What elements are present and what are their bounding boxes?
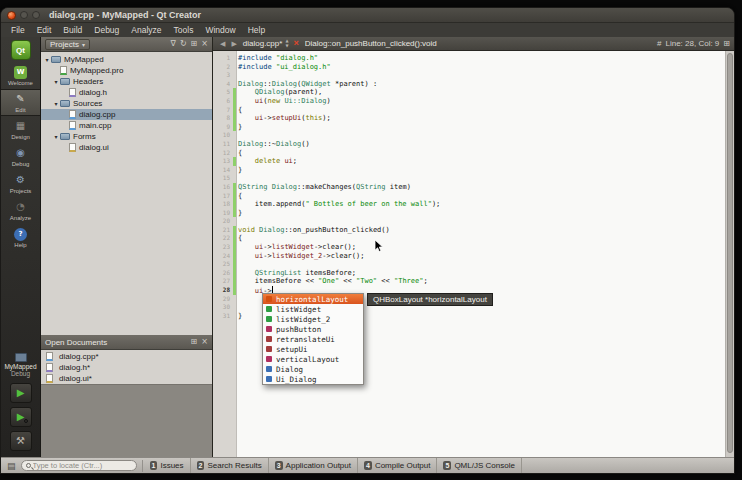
completion-item-dialog[interactable]: Dialog <box>263 364 363 374</box>
mode-help[interactable]: ?Help <box>1 224 40 251</box>
completion-item-setupui[interactable]: setupUi <box>263 344 363 354</box>
output-pane-search-results[interactable]: 2Search Results <box>191 458 269 473</box>
statusbar-separator <box>142 460 143 472</box>
mode-debug[interactable]: ◉Debug <box>1 143 40 170</box>
tree-item-dialog-cpp[interactable]: dialog.cpp <box>41 109 212 120</box>
split-icon[interactable]: ⊞ <box>191 338 198 346</box>
qt-logo-text: Qt <box>16 46 25 55</box>
mode-analyze[interactable]: ◔Analyze <box>1 197 40 224</box>
open-documents-list[interactable]: dialog.cpp*dialog.h*dialog.ui* <box>41 350 212 384</box>
completion-item-ui-dialog[interactable]: Ui_Dialog <box>263 374 363 384</box>
line-number: 18 <box>213 200 236 209</box>
completion-item-verticallayout[interactable]: verticalLayout <box>263 354 363 364</box>
mode-edit[interactable]: ✎Edit <box>1 89 40 116</box>
open-document-dialog-ui[interactable]: dialog.ui* <box>41 373 212 384</box>
design-icon: ▦ <box>14 120 27 133</box>
run-button[interactable]: ▶ <box>10 383 32 403</box>
pane-label: Issues <box>160 461 183 470</box>
expand-arrow[interactable]: ▾ <box>52 100 60 107</box>
change-bar <box>233 286 236 295</box>
document-spin-icons[interactable]: ▲ ▼ <box>285 39 288 48</box>
symbol-selector[interactable]: Dialog::on_pushButton_clicked():void <box>305 39 437 48</box>
output-panes-icon[interactable]: ▤ <box>5 461 18 471</box>
debug-run-button[interactable]: ▶ <box>10 407 32 427</box>
forward-icon[interactable]: ▶ <box>228 40 239 48</box>
tree-item-mymapped[interactable]: ▾MyMapped <box>41 54 212 65</box>
back-icon[interactable]: ◀ <box>217 40 228 48</box>
expand-arrow[interactable]: ▾ <box>43 56 51 63</box>
open-document-selector[interactable]: dialog.cpp* <box>243 39 283 48</box>
projects-tree[interactable]: ▾MyMappedMyMapped.pro▾Headersdialog.h▾So… <box>41 52 212 335</box>
open-document-dialog-h[interactable]: dialog.h* <box>41 362 212 373</box>
tree-item-mymapped-pro[interactable]: MyMapped.pro <box>41 65 212 76</box>
output-pane-compile-output[interactable]: 4Compile Output <box>358 458 438 473</box>
tree-item-main-cpp[interactable]: main.cpp <box>41 120 212 131</box>
locator-input[interactable] <box>33 461 132 470</box>
open-documents-filler <box>41 384 212 457</box>
run-buttons: ▶▶⚒ <box>10 383 32 457</box>
tree-item-forms[interactable]: ▾Forms <box>41 131 212 142</box>
variable-icon <box>266 296 272 302</box>
locator[interactable] <box>21 460 137 471</box>
close-document-icon[interactable]: × <box>293 39 298 48</box>
projects-panel-title: Projects <box>50 40 79 49</box>
completion-item-listwidget-2[interactable]: listWidget_2 <box>263 314 363 324</box>
output-pane-application-output[interactable]: 3Application Output <box>269 458 358 473</box>
spin-down-icon[interactable]: ▼ <box>285 44 288 48</box>
variable-icon <box>266 326 272 332</box>
mode-welcome[interactable]: WWelcome <box>1 62 40 89</box>
window-maximize-button[interactable] <box>32 11 40 19</box>
scrollbar-thumb[interactable] <box>727 53 733 453</box>
file-icon <box>69 143 76 152</box>
tree-item-label: dialog.h <box>79 88 107 97</box>
kit-selector[interactable]: MyMapped Debug <box>4 353 36 377</box>
output-pane-qml-js-console[interactable]: 5QML/JS Console <box>437 458 521 473</box>
completion-item-label: pushButton <box>276 325 321 334</box>
sync-icon[interactable]: ↻ <box>180 40 187 48</box>
code-editor[interactable]: 1234567891011121314151617181920212223242… <box>213 51 734 457</box>
menu-item-tools[interactable]: Tools <box>168 25 200 35</box>
projects-view-selector[interactable]: Projects ▾ <box>45 39 90 50</box>
split-icon[interactable]: ⊞ <box>191 40 198 48</box>
window-minimize-button[interactable] <box>20 11 28 19</box>
mode-projects[interactable]: ⚙Projects <box>1 170 40 197</box>
build-button[interactable]: ⚒ <box>10 431 32 451</box>
tree-item-headers[interactable]: ▾Headers <box>41 76 212 87</box>
expand-arrow[interactable]: ▾ <box>52 78 60 85</box>
completion-item-listwidget[interactable]: listWidget <box>263 304 363 314</box>
projects-panel: Projects ▾ ∇↻⊞× ▾MyMappedMyMapped.pro▾He… <box>41 37 212 335</box>
open-documents-header: Open Documents ⊞× <box>41 335 212 350</box>
window-close-button[interactable] <box>7 11 16 20</box>
open-document-dialog-cpp[interactable]: dialog.cpp* <box>41 351 212 362</box>
line-number: 30 <box>213 303 236 312</box>
filter-icon[interactable]: ∇ <box>171 40 176 48</box>
mode-design[interactable]: ▦Design <box>1 116 40 143</box>
code-line: } <box>238 166 725 175</box>
completion-item-retranslateui[interactable]: retranslateUi <box>263 334 363 344</box>
tree-item-sources[interactable]: ▾Sources <box>41 98 212 109</box>
code-line: void Dialog::on_pushButton_clicked() <box>238 226 725 235</box>
close-icon[interactable]: × <box>201 40 208 48</box>
tree-item-dialog-ui[interactable]: dialog.ui <box>41 142 212 153</box>
close-icon[interactable]: × <box>201 338 208 346</box>
output-pane-issues[interactable]: 1Issues <box>144 458 191 473</box>
tree-item-dialog-h[interactable]: dialog.h <box>41 87 212 98</box>
expand-arrow[interactable]: ▾ <box>52 133 60 140</box>
menu-item-analyze[interactable]: Analyze <box>125 25 167 35</box>
completion-item-pushbutton[interactable]: pushButton <box>263 324 363 334</box>
mode-label: Debug <box>12 161 30 167</box>
menu-item-build[interactable]: Build <box>57 25 88 35</box>
editor-code[interactable]: #include "dialog.h"#include "ui_dialog.h… <box>238 51 725 457</box>
pane-label: QML/JS Console <box>454 461 514 470</box>
menu-item-help[interactable]: Help <box>242 25 271 35</box>
menu-item-window[interactable]: Window <box>199 25 241 35</box>
completion-item-horizontallayout[interactable]: horizontalLayout <box>263 294 363 304</box>
editor-scrollbar[interactable] <box>725 51 734 457</box>
menu-item-edit[interactable]: Edit <box>31 25 58 35</box>
menu-item-file[interactable]: File <box>5 25 31 35</box>
split-editor-icon[interactable]: ⊞ <box>723 39 730 48</box>
menu-item-debug[interactable]: Debug <box>88 25 125 35</box>
title-bar[interactable]: dialog.cpp - MyMapped - Qt Creator <box>1 8 734 23</box>
line-number: 1 <box>213 54 236 63</box>
folder-icon <box>60 78 70 85</box>
